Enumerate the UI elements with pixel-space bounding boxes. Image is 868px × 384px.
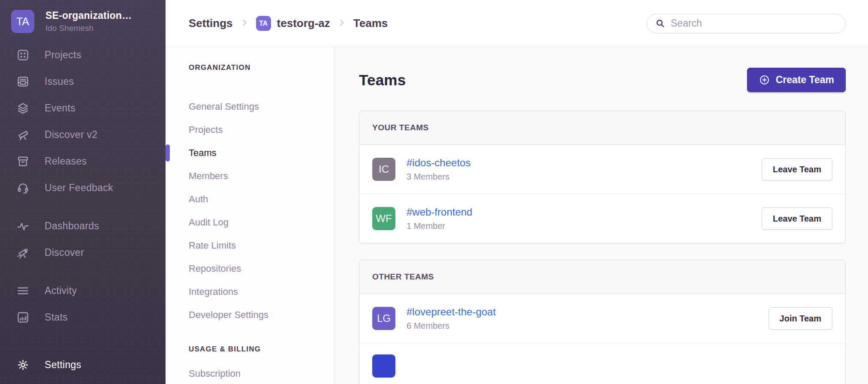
settings-nav-item-integrations[interactable]: Integrations: [189, 280, 335, 303]
page-title: Teams: [359, 72, 406, 89]
sidebar-item-label: Discover: [45, 247, 84, 258]
leave-team-button[interactable]: Leave Team: [762, 207, 832, 230]
gear-icon: [15, 358, 30, 372]
sidebar-item-discover-v2[interactable]: Discover v2: [0, 121, 166, 148]
events-layers-icon: [15, 102, 30, 115]
team-row-partial: [359, 343, 845, 384]
sidebar-item-events[interactable]: Events: [0, 95, 166, 121]
telescope-icon: [15, 128, 30, 141]
team-row: WF#web-frontend1 MemberLeave Team: [359, 194, 845, 243]
org-switcher[interactable]: TA SE-organization… Ido Shemesh: [0, 0, 166, 33]
settings-nav-item-members[interactable]: Members: [189, 165, 335, 188]
sidebar-item-label: Settings: [45, 359, 81, 371]
main-column: Settings TA testorg-az Teams: [166, 0, 868, 384]
settings-nav-item-teams[interactable]: Teams: [189, 141, 335, 165]
panel-heading: OTHER TEAMS: [359, 260, 845, 294]
sidebar-item-label: Discover v2: [45, 129, 97, 141]
sidebar-item-dashboards[interactable]: Dashboards: [0, 213, 166, 239]
sidebar-item-user-feedback[interactable]: User Feedback: [0, 174, 166, 201]
sidebar-item-label: User Feedback: [45, 182, 113, 194]
settings-nav-item-repositories[interactable]: Repositories: [189, 257, 335, 280]
org-avatar: TA: [11, 10, 34, 33]
chevron-right-icon: [337, 18, 347, 29]
sidebar-item-label: Stats: [45, 312, 68, 323]
team-avatar: IC: [372, 158, 395, 181]
settings-nav-item-subscription[interactable]: Subscription: [189, 362, 335, 384]
app-root: TA SE-organization… Ido Shemesh Projects…: [0, 0, 868, 384]
team-row: IC#idos-cheetos3 MembersLeave Team: [359, 145, 845, 194]
org-name: SE-organization…: [45, 10, 132, 21]
sidebar-item-label: Events: [45, 102, 75, 114]
breadcrumb-settings[interactable]: Settings: [189, 17, 233, 30]
panel-heading: YOUR TEAMS: [359, 111, 845, 145]
settings-nav-heading: ORGANIZATION: [189, 63, 335, 72]
org-meta: SE-organization… Ido Shemesh: [45, 10, 132, 33]
sidebar-item-projects[interactable]: Projects: [0, 42, 166, 68]
settings-nav-item-general-settings[interactable]: General Settings: [189, 95, 335, 118]
create-team-button[interactable]: Create Team: [747, 68, 846, 92]
breadcrumb-teams[interactable]: Teams: [353, 17, 388, 30]
team-panels: YOUR TEAMSIC#idos-cheetos3 MembersLeave …: [359, 111, 846, 384]
sidebar-item-discover[interactable]: Discover: [0, 239, 166, 266]
team-name-link[interactable]: #web-frontend: [407, 206, 472, 218]
search-bar[interactable]: [647, 14, 846, 33]
settings-nav-item-auth[interactable]: Auth: [189, 188, 335, 211]
settings-nav-item-audit-log[interactable]: Audit Log: [189, 211, 335, 234]
sidebar-group: DashboardsDiscover: [0, 213, 166, 266]
settings-nav: ORGANIZATIONGeneral SettingsProjectsTeam…: [166, 47, 335, 384]
settings-nav-item-rate-limits[interactable]: Rate Limits: [189, 234, 335, 257]
sidebar-group: ActivityStats: [0, 277, 166, 330]
breadcrumb: Settings TA testorg-az Teams: [189, 16, 388, 31]
org-avatar-chip: TA: [256, 16, 271, 31]
lines-icon: [15, 284, 30, 297]
sidebar-item-settings[interactable]: Settings: [0, 351, 166, 378]
settings-body: ORGANIZATIONGeneral SettingsProjectsTeam…: [166, 47, 868, 384]
teams-content: Teams Create Team YOUR TEAMSIC#idos-chee…: [335, 47, 868, 384]
team-row: LG#lovepreet-the-goat6 MembersJoin Team: [359, 294, 845, 343]
teams-panel: OTHER TEAMSLG#lovepreet-the-goat6 Member…: [359, 260, 846, 384]
content-header: Teams Create Team: [359, 68, 846, 92]
app-sidebar: TA SE-organization… Ido Shemesh Projects…: [0, 0, 166, 384]
team-avatar: [372, 354, 395, 378]
breadcrumb-org[interactable]: TA testorg-az: [256, 16, 330, 31]
search-input[interactable]: [671, 18, 838, 29]
user-name: Ido Shemesh: [45, 24, 132, 33]
settings-nav-item-projects[interactable]: Projects: [189, 118, 335, 141]
sidebar-item-label: Activity: [45, 285, 77, 297]
headset-icon: [15, 181, 30, 195]
chevron-right-icon: [240, 18, 249, 29]
team-member-count: 6 Members: [407, 321, 496, 331]
sidebar-item-issues[interactable]: Issues: [0, 68, 166, 95]
sidebar-settings: Settings: [0, 351, 166, 378]
leave-team-button[interactable]: Leave Team: [762, 158, 832, 180]
sidebar-group: ProjectsIssuesEventsDiscover v2ReleasesU…: [0, 42, 166, 201]
topbar: Settings TA testorg-az Teams: [166, 0, 868, 47]
breadcrumb-org-label: testorg-az: [277, 17, 330, 30]
releases-archive-icon: [15, 155, 30, 168]
sidebar-item-releases[interactable]: Releases: [0, 148, 166, 174]
team-member-count: 1 Member: [407, 221, 472, 231]
bar-chart-icon: [15, 311, 30, 324]
issues-inbox-icon: [15, 75, 30, 88]
team-meta: #lovepreet-the-goat6 Members: [407, 306, 496, 331]
team-name-link[interactable]: #idos-cheetos: [407, 157, 470, 169]
sidebar-nav: ProjectsIssuesEventsDiscover v2ReleasesU…: [0, 42, 166, 330]
team-meta: #idos-cheetos3 Members: [407, 157, 470, 182]
sidebar-item-activity[interactable]: Activity: [0, 277, 166, 304]
sidebar-item-label: Projects: [45, 49, 81, 61]
team-avatar: WF: [372, 207, 395, 230]
settings-nav-heading: USAGE & BILLING: [189, 345, 335, 354]
create-team-label: Create Team: [776, 74, 834, 86]
settings-nav-group: ORGANIZATIONGeneral SettingsProjectsTeam…: [189, 63, 335, 327]
pulse-icon: [15, 219, 30, 233]
settings-nav-group: USAGE & BILLINGSubscription: [189, 345, 335, 384]
projects-grid-icon: [15, 48, 30, 62]
sidebar-item-stats[interactable]: Stats: [0, 304, 166, 330]
join-team-button[interactable]: Join Team: [769, 307, 832, 330]
sidebar-item-label: Issues: [45, 76, 74, 87]
team-name-link[interactable]: #lovepreet-the-goat: [407, 306, 496, 318]
sidebar-item-label: Dashboards: [45, 220, 99, 232]
settings-nav-item-developer-settings[interactable]: Developer Settings: [189, 303, 335, 327]
team-member-count: 3 Members: [407, 172, 470, 182]
search-icon: [655, 18, 666, 29]
